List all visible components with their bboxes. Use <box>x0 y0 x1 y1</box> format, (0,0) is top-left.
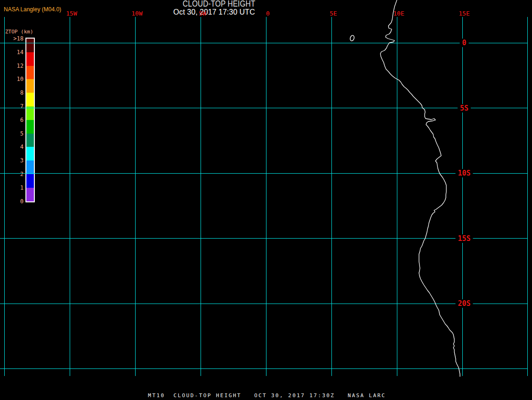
longitude-label: 10E <box>393 10 404 17</box>
longitude-label: 0 <box>266 10 270 17</box>
longitude-label: 5E <box>330 10 337 17</box>
coastline-group <box>349 0 460 376</box>
latitude-label: 5S <box>458 104 471 112</box>
timestamp-label: Oct 30, 2017 17:30 UTC <box>173 8 255 16</box>
longitude-label: 15E <box>459 10 469 17</box>
longitude-label: 10W <box>131 10 142 17</box>
map-svg <box>0 0 532 400</box>
latitude-label: 10S <box>455 169 473 177</box>
coastline-path <box>380 0 460 376</box>
longitude-label: 5W <box>199 10 206 17</box>
grid-lines <box>0 17 528 376</box>
island-outline <box>349 35 355 41</box>
latitude-label: 0 <box>459 39 468 47</box>
longitude-label: 15W <box>66 10 77 17</box>
latitude-label: 20S <box>455 299 473 308</box>
footer-caption: MT10 CLOUD-TOP HEIGHT OCT 30, 2017 17:30… <box>148 392 386 399</box>
cloud-top-height-map: NASA Langley (M04.0) CLOUD-TOP HEIGHT Oc… <box>0 0 532 400</box>
latitude-label: 15S <box>455 234 473 243</box>
credit-label: NASA Langley (M04.0) <box>4 6 61 13</box>
